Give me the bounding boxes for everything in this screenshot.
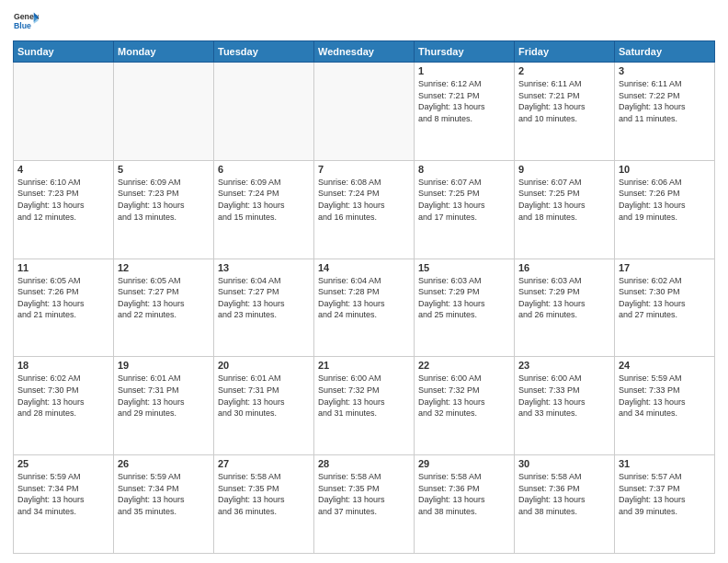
day-number: 28 [318, 458, 410, 469]
day-header-monday: Monday [114, 41, 214, 63]
day-header-tuesday: Tuesday [214, 41, 314, 63]
day-header-sunday: Sunday [14, 41, 114, 63]
day-number: 17 [619, 262, 711, 273]
day-info: Sunrise: 6:04 AM Sunset: 7:27 PM Dayligh… [218, 275, 310, 321]
day-header-wednesday: Wednesday [314, 41, 415, 63]
day-number: 23 [518, 360, 610, 371]
day-number: 7 [318, 164, 410, 175]
day-info: Sunrise: 6:03 AM Sunset: 7:29 PM Dayligh… [418, 275, 510, 321]
day-info: Sunrise: 6:11 AM Sunset: 7:21 PM Dayligh… [518, 78, 610, 124]
day-info: Sunrise: 6:03 AM Sunset: 7:29 PM Dayligh… [518, 275, 610, 321]
calendar-cell: 8Sunrise: 6:07 AM Sunset: 7:25 PM Daylig… [415, 160, 515, 259]
calendar-cell: 1Sunrise: 6:12 AM Sunset: 7:21 PM Daylig… [415, 63, 515, 161]
day-info: Sunrise: 6:05 AM Sunset: 7:27 PM Dayligh… [118, 275, 210, 321]
day-number: 11 [17, 262, 109, 273]
calendar-cell: 2Sunrise: 6:11 AM Sunset: 7:21 PM Daylig… [515, 63, 615, 161]
calendar-cell: 5Sunrise: 6:09 AM Sunset: 7:23 PM Daylig… [114, 160, 214, 259]
day-number: 31 [619, 458, 711, 469]
day-info: Sunrise: 6:02 AM Sunset: 7:30 PM Dayligh… [619, 275, 711, 321]
week-row-3: 18Sunrise: 6:02 AM Sunset: 7:30 PM Dayli… [14, 357, 715, 455]
logo-icon: General Blue [13, 9, 39, 35]
calendar-cell: 17Sunrise: 6:02 AM Sunset: 7:30 PM Dayli… [615, 259, 715, 357]
logo-area: General Blue [13, 9, 39, 35]
calendar-cell: 19Sunrise: 6:01 AM Sunset: 7:31 PM Dayli… [114, 357, 214, 455]
day-number: 20 [218, 360, 310, 371]
day-number: 4 [17, 164, 109, 175]
calendar-cell: 27Sunrise: 5:58 AM Sunset: 7:35 PM Dayli… [214, 455, 314, 554]
calendar-cell: 15Sunrise: 6:03 AM Sunset: 7:29 PM Dayli… [415, 259, 515, 357]
day-info: Sunrise: 5:59 AM Sunset: 7:33 PM Dayligh… [619, 373, 711, 419]
calendar-cell: 29Sunrise: 5:58 AM Sunset: 7:36 PM Dayli… [415, 455, 515, 554]
day-info: Sunrise: 5:59 AM Sunset: 7:34 PM Dayligh… [17, 471, 109, 517]
day-number: 15 [418, 262, 510, 273]
day-info: Sunrise: 6:09 AM Sunset: 7:24 PM Dayligh… [218, 177, 310, 223]
week-row-1: 4Sunrise: 6:10 AM Sunset: 7:23 PM Daylig… [14, 160, 715, 259]
day-number: 21 [318, 360, 410, 371]
day-info: Sunrise: 6:07 AM Sunset: 7:25 PM Dayligh… [418, 177, 510, 223]
calendar-cell: 10Sunrise: 6:06 AM Sunset: 7:26 PM Dayli… [615, 160, 715, 259]
day-number: 19 [118, 360, 210, 371]
day-number: 22 [418, 360, 510, 371]
day-info: Sunrise: 6:01 AM Sunset: 7:31 PM Dayligh… [218, 373, 310, 419]
calendar-table: SundayMondayTuesdayWednesdayThursdayFrid… [13, 40, 715, 554]
day-header-saturday: Saturday [615, 41, 715, 63]
calendar-cell: 22Sunrise: 6:00 AM Sunset: 7:32 PM Dayli… [415, 357, 515, 455]
calendar-cell: 6Sunrise: 6:09 AM Sunset: 7:24 PM Daylig… [214, 160, 314, 259]
day-number: 25 [17, 458, 109, 469]
day-number: 8 [418, 164, 510, 175]
calendar-cell [314, 63, 415, 161]
day-info: Sunrise: 6:04 AM Sunset: 7:28 PM Dayligh… [318, 275, 410, 321]
svg-text:Blue: Blue [14, 21, 31, 30]
calendar-cell: 4Sunrise: 6:10 AM Sunset: 7:23 PM Daylig… [14, 160, 114, 259]
week-row-0: 1Sunrise: 6:12 AM Sunset: 7:21 PM Daylig… [14, 63, 715, 161]
day-info: Sunrise: 6:00 AM Sunset: 7:32 PM Dayligh… [318, 373, 410, 419]
calendar-cell: 26Sunrise: 5:59 AM Sunset: 7:34 PM Dayli… [114, 455, 214, 554]
day-info: Sunrise: 6:10 AM Sunset: 7:23 PM Dayligh… [17, 177, 109, 223]
calendar-cell [14, 63, 114, 161]
day-number: 27 [218, 458, 310, 469]
calendar-cell: 13Sunrise: 6:04 AM Sunset: 7:27 PM Dayli… [214, 259, 314, 357]
day-info: Sunrise: 5:58 AM Sunset: 7:36 PM Dayligh… [418, 471, 510, 517]
day-info: Sunrise: 6:01 AM Sunset: 7:31 PM Dayligh… [118, 373, 210, 419]
day-number: 18 [17, 360, 109, 371]
day-info: Sunrise: 5:58 AM Sunset: 7:36 PM Dayligh… [518, 471, 610, 517]
day-number: 10 [619, 164, 711, 175]
day-header-friday: Friday [515, 41, 615, 63]
day-number: 1 [418, 65, 510, 76]
day-info: Sunrise: 6:06 AM Sunset: 7:26 PM Dayligh… [619, 177, 711, 223]
day-info: Sunrise: 6:05 AM Sunset: 7:26 PM Dayligh… [17, 275, 109, 321]
calendar-cell: 3Sunrise: 6:11 AM Sunset: 7:22 PM Daylig… [615, 63, 715, 161]
day-number: 3 [619, 65, 711, 76]
day-info: Sunrise: 6:02 AM Sunset: 7:30 PM Dayligh… [17, 373, 109, 419]
calendar-cell: 31Sunrise: 5:57 AM Sunset: 7:37 PM Dayli… [615, 455, 715, 554]
week-row-4: 25Sunrise: 5:59 AM Sunset: 7:34 PM Dayli… [14, 455, 715, 554]
calendar-cell: 7Sunrise: 6:08 AM Sunset: 7:24 PM Daylig… [314, 160, 415, 259]
day-number: 26 [118, 458, 210, 469]
calendar-cell [114, 63, 214, 161]
day-info: Sunrise: 5:58 AM Sunset: 7:35 PM Dayligh… [218, 471, 310, 517]
calendar-cell: 16Sunrise: 6:03 AM Sunset: 7:29 PM Dayli… [515, 259, 615, 357]
calendar-header-row: SundayMondayTuesdayWednesdayThursdayFrid… [14, 41, 715, 63]
calendar-cell: 14Sunrise: 6:04 AM Sunset: 7:28 PM Dayli… [314, 259, 415, 357]
day-info: Sunrise: 6:09 AM Sunset: 7:23 PM Dayligh… [118, 177, 210, 223]
day-number: 2 [518, 65, 610, 76]
calendar-cell: 21Sunrise: 6:00 AM Sunset: 7:32 PM Dayli… [314, 357, 415, 455]
page: General Blue SundayMondayTuesdayWednesda… [0, 0, 728, 563]
calendar-cell: 30Sunrise: 5:58 AM Sunset: 7:36 PM Dayli… [515, 455, 615, 554]
day-info: Sunrise: 5:59 AM Sunset: 7:34 PM Dayligh… [118, 471, 210, 517]
calendar-cell: 28Sunrise: 5:58 AM Sunset: 7:35 PM Dayli… [314, 455, 415, 554]
week-row-2: 11Sunrise: 6:05 AM Sunset: 7:26 PM Dayli… [14, 259, 715, 357]
calendar-cell: 24Sunrise: 5:59 AM Sunset: 7:33 PM Dayli… [615, 357, 715, 455]
day-info: Sunrise: 6:00 AM Sunset: 7:32 PM Dayligh… [418, 373, 510, 419]
day-number: 13 [218, 262, 310, 273]
calendar-cell [214, 63, 314, 161]
calendar-cell: 23Sunrise: 6:00 AM Sunset: 7:33 PM Dayli… [515, 357, 615, 455]
calendar-cell: 9Sunrise: 6:07 AM Sunset: 7:25 PM Daylig… [515, 160, 615, 259]
day-number: 14 [318, 262, 410, 273]
day-number: 5 [118, 164, 210, 175]
day-number: 29 [418, 458, 510, 469]
calendar-cell: 12Sunrise: 6:05 AM Sunset: 7:27 PM Dayli… [114, 259, 214, 357]
calendar-cell: 11Sunrise: 6:05 AM Sunset: 7:26 PM Dayli… [14, 259, 114, 357]
day-info: Sunrise: 6:07 AM Sunset: 7:25 PM Dayligh… [518, 177, 610, 223]
header: General Blue [13, 9, 715, 35]
